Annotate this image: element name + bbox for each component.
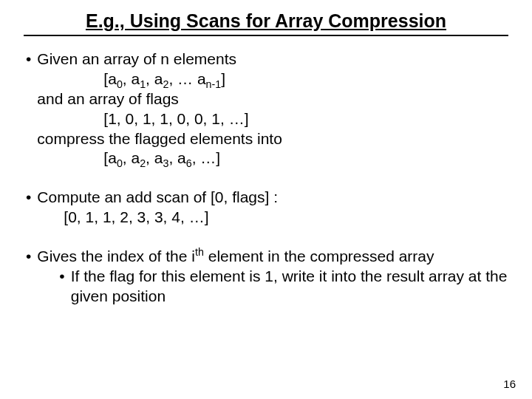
b3-sub-text: If the flag for this element is 1, write… — [71, 267, 508, 307]
bullet-dot-icon: • — [26, 247, 31, 267]
slide-body: • Given an array of n elements [a0, a1, … — [24, 50, 508, 307]
bullet-3: • Gives the index of the ith element in … — [26, 247, 508, 307]
bullet-1: • Given an array of n elements [a0, a1, … — [26, 50, 508, 168]
b3-line1: Gives the index of the ith element in th… — [37, 247, 508, 267]
bullet-dot-icon: • — [26, 188, 31, 208]
b1-line2: [a0, a1, a2, … an-1] — [37, 69, 508, 89]
bullet-2: • Compute an add scan of [0, flags] : [0… — [26, 188, 508, 228]
sub-bullet-1: • If the flag for this element is 1, wri… — [37, 267, 508, 307]
b2-line2: [0, 1, 1, 2, 3, 3, 4, …] — [37, 208, 508, 228]
b1-line4: [1, 0, 1, 1, 0, 0, 1, …] — [37, 109, 508, 129]
b1-line5: compress the flagged elements into — [37, 129, 508, 149]
slide-title: E.g., Using Scans for Array Compression — [24, 10, 508, 32]
b1-line1: Given an array of n elements — [37, 50, 508, 69]
bullet-dot-icon: • — [26, 50, 31, 69]
b1-line6: [a0, a2, a3, a6, …] — [37, 149, 508, 168]
b1-line3: and an array of flags — [37, 89, 508, 109]
bullet-dot-icon: • — [59, 267, 64, 287]
page-number: 16 — [503, 378, 516, 390]
b2-line1: Compute an add scan of [0, flags] : — [37, 188, 508, 208]
title-underline-rule — [24, 35, 508, 36]
